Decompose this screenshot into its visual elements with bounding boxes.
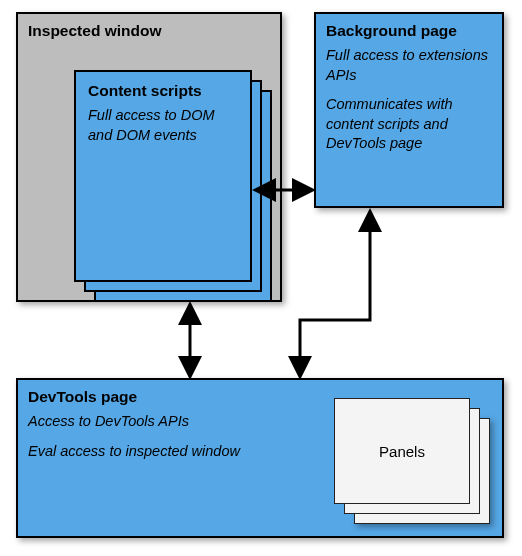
- content-scripts-title: Content scripts: [88, 82, 238, 100]
- inspected-window-title: Inspected window: [28, 22, 270, 40]
- background-page-desc-2: Communicates with content scripts and De…: [326, 95, 492, 154]
- inspected-window-box: Inspected window Content scripts Full ac…: [16, 12, 282, 302]
- content-scripts-card-front: Content scripts Full access to DOM and D…: [74, 70, 252, 282]
- arrow-background-devtools: [300, 212, 370, 376]
- content-scripts-desc: Full access to DOM and DOM events: [88, 106, 238, 145]
- panels-label: Panels: [379, 443, 425, 460]
- background-page-desc-1: Full access to extensions APIs: [326, 46, 492, 85]
- background-page-box: Background page Full access to extension…: [314, 12, 504, 208]
- panels-card-front: Panels: [334, 398, 470, 504]
- background-page-title: Background page: [326, 22, 492, 40]
